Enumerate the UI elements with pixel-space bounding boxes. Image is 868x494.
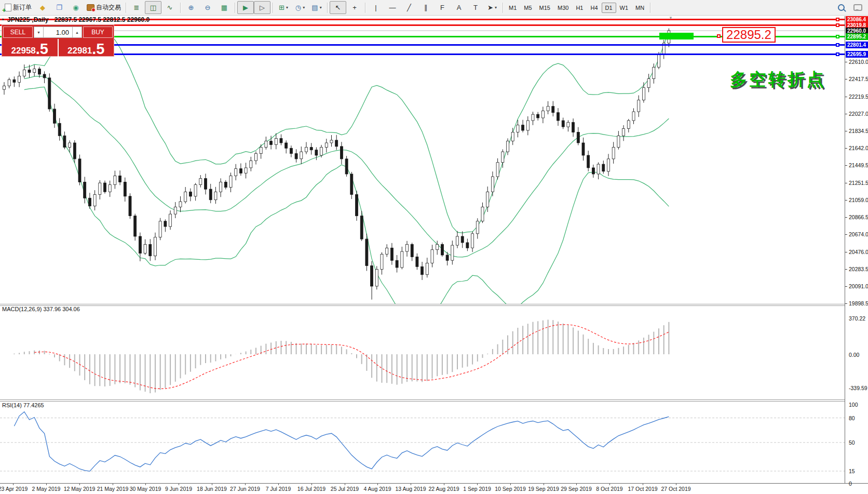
- volume-input[interactable]: 1.00: [44, 26, 72, 38]
- toolbar-separator: [126, 3, 126, 13]
- auto-scroll-glyph: ▶: [243, 4, 248, 11]
- date-tick: [544, 484, 544, 485]
- axis-tick: [845, 165, 847, 166]
- timeframe-m1[interactable]: M1: [505, 3, 520, 13]
- timeframe-h4[interactable]: H4: [587, 3, 601, 13]
- line-anchor-icon[interactable]: [836, 43, 839, 47]
- date-tick: [278, 484, 279, 485]
- horizontal-line-22695.9[interactable]: [0, 54, 845, 55]
- chart-annotation-text[interactable]: 多空转折点: [730, 68, 826, 91]
- macd-tick-label: -339.59: [849, 385, 867, 391]
- fibonacci-button[interactable]: F: [434, 1, 451, 14]
- text-button[interactable]: A: [451, 1, 467, 14]
- volume-down-icon[interactable]: ▼: [34, 26, 44, 38]
- alerts-icon[interactable]: ◉: [67, 1, 84, 14]
- price-tick-label: 20866.5: [849, 214, 868, 220]
- dropdown-caret-icon: ▾: [303, 5, 305, 10]
- price-label-object[interactable]: 22895.2: [722, 27, 776, 43]
- timeframe-d1[interactable]: D1: [602, 3, 616, 13]
- zoom-in-button[interactable]: ⊕: [183, 1, 199, 14]
- channel-button[interactable]: ∥: [417, 1, 434, 14]
- new-chart-button[interactable]: ⊞▾: [275, 1, 292, 14]
- panel-separator[interactable]: [0, 304, 868, 306]
- price-axis[interactable]: 22610.022417.522219.522027.021834.521642…: [845, 16, 868, 483]
- timeframe-m30[interactable]: M30: [554, 3, 572, 13]
- vertical-line-button[interactable]: |: [368, 1, 384, 14]
- panel-separator[interactable]: [0, 399, 868, 402]
- new-order-button[interactable]: 新订单: [2, 1, 34, 14]
- timeframe-h1[interactable]: H1: [572, 3, 587, 13]
- crosshair-button[interactable]: +: [346, 1, 363, 14]
- timeframe-mn[interactable]: MN: [632, 3, 648, 13]
- date-label: 10 Sep 2019: [495, 486, 526, 492]
- auto-scroll-button[interactable]: ▶: [237, 1, 254, 14]
- line-anchor-icon[interactable]: [836, 18, 839, 21]
- bar-chart-glyph: ≣: [134, 4, 140, 11]
- search-icon[interactable]: [833, 1, 849, 14]
- tile-windows-button[interactable]: ▦: [216, 1, 233, 14]
- macd-panel[interactable]: [0, 305, 845, 399]
- date-tick: [245, 484, 246, 485]
- sell-button[interactable]: SELL: [3, 26, 33, 38]
- autotrading-button[interactable]: 自动交易: [84, 1, 124, 14]
- trendline-button[interactable]: ╱: [401, 1, 417, 14]
- arrows-button[interactable]: ➤▾: [484, 1, 500, 14]
- chart-shift-button[interactable]: ▷: [254, 1, 270, 14]
- collapse-icon[interactable]: ▲: [1, 17, 5, 21]
- date-label: 12 May 2019: [64, 486, 96, 492]
- chart-shift-marker[interactable]: ▼: [669, 16, 673, 20]
- horizontal-line-button[interactable]: —: [384, 1, 401, 14]
- cursor-glyph: ↖: [335, 4, 341, 11]
- cursor-button[interactable]: ↖: [330, 1, 346, 14]
- label-button[interactable]: T: [467, 1, 484, 14]
- buy-price[interactable]: 22981.5: [59, 39, 114, 57]
- line-anchor-icon[interactable]: [836, 23, 839, 27]
- highlight-rectangle-object[interactable]: [659, 33, 694, 39]
- sell-price[interactable]: 22958.5: [2, 39, 59, 57]
- template-button[interactable]: ▤▾: [308, 1, 325, 14]
- horizontal-line-23019.8[interactable]: [0, 24, 845, 26]
- timeframe-m5[interactable]: M5: [520, 3, 535, 13]
- timeframe-w1[interactable]: W1: [616, 3, 632, 13]
- chat-icon[interactable]: [849, 1, 866, 14]
- price-label-anchor[interactable]: [717, 34, 721, 38]
- buy-button[interactable]: BUY: [83, 26, 113, 38]
- axis-tick: [845, 131, 847, 131]
- news-icon[interactable]: ❐: [51, 1, 67, 14]
- period-button[interactable]: ◷▾: [292, 1, 308, 14]
- rsi-panel[interactable]: [0, 401, 845, 483]
- axis-tick: [845, 79, 847, 79]
- axis-tick: [845, 97, 847, 97]
- price-tick-label: 19898.5: [849, 300, 868, 306]
- main-chart[interactable]: [0, 16, 845, 304]
- line-anchor-icon[interactable]: [836, 35, 839, 38]
- zoom-out-button[interactable]: ⊖: [199, 1, 216, 14]
- toolbar-separator: [235, 3, 235, 13]
- axis-tick: [845, 303, 847, 304]
- macd-tick-label: 370.22: [849, 315, 865, 322]
- date-tick: [477, 484, 478, 485]
- line-chart-button[interactable]: ∿: [161, 1, 178, 14]
- date-label: 29 Sep 2019: [561, 486, 592, 492]
- history-icon[interactable]: ◆: [34, 1, 51, 14]
- date-label: 16 Jul 2019: [297, 486, 326, 492]
- axis-tick: [845, 217, 847, 218]
- axis-tick: [845, 62, 847, 62]
- line-anchor-icon[interactable]: [836, 52, 839, 56]
- trendline-glyph: ╱: [407, 4, 411, 11]
- date-axis[interactable]: 23 Apr 20192 May 201912 May 201921 May 2…: [0, 483, 868, 494]
- channel-glyph: ∥: [424, 4, 428, 11]
- buy-price-frac: .5: [92, 43, 104, 55]
- toolbar-separator: [365, 3, 365, 13]
- history-icon-glyph: ◆: [40, 4, 45, 11]
- tile-windows-glyph: ▦: [221, 4, 227, 11]
- volume-up-icon[interactable]: ▲: [72, 26, 82, 38]
- horizontal-line-22801.4[interactable]: [0, 44, 845, 46]
- bar-chart-button[interactable]: ≣: [128, 1, 145, 14]
- date-label: 23 Apr 2019: [0, 486, 28, 492]
- timeframe-m15[interactable]: M15: [536, 3, 554, 13]
- date-tick: [345, 484, 345, 485]
- candlestick-chart-button[interactable]: ◫: [145, 1, 161, 14]
- toolbar-separator: [180, 3, 181, 13]
- date-tick: [79, 484, 80, 485]
